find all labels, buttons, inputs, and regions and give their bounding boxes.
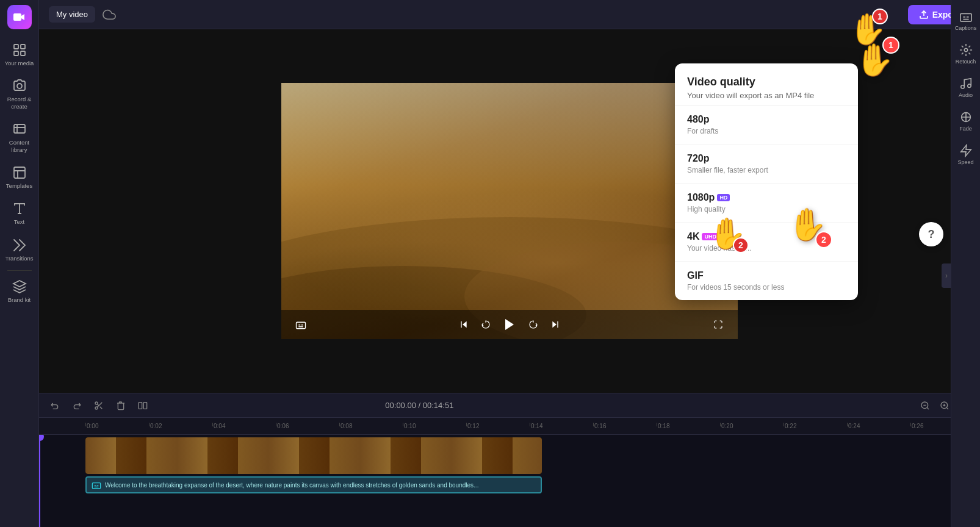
skip-back-button[interactable] bbox=[454, 315, 474, 334]
sidebar-item-content-library[interactable]: Content library bbox=[1, 117, 38, 158]
timeline-tracks: Welcome to the breathtaking expanse of t… bbox=[39, 435, 980, 527]
app-logo[interactable] bbox=[7, 5, 32, 29]
sidebar-item-transitions-label: Transitions bbox=[5, 255, 33, 262]
delete-button[interactable] bbox=[112, 397, 129, 414]
sidebar-item-your-media-label: Your media bbox=[5, 60, 34, 66]
play-button[interactable] bbox=[498, 313, 521, 336]
ruler-mark-10: 0:10 bbox=[403, 423, 466, 429]
quality-desc-gif: For videos 15 seconds or less bbox=[687, 283, 846, 292]
cursor-number-1: 1 bbox=[882, 37, 899, 54]
svg-rect-14 bbox=[139, 402, 142, 409]
timeline: 00:00.00 / 00:14:51 bbox=[39, 393, 980, 527]
right-sidebar-item-speed[interactable]: Speed bbox=[953, 139, 979, 170]
rewind-icon bbox=[481, 320, 491, 329]
right-sidebar-item-fade[interactable]: Fade bbox=[953, 106, 979, 137]
quality-option-gif[interactable]: GIF For videos 15 seconds or less bbox=[675, 262, 858, 300]
sidebar-item-record-label: Record & create bbox=[7, 96, 32, 110]
sidebar-item-brand[interactable]: Brand kit bbox=[1, 274, 38, 308]
project-title[interactable]: My video bbox=[49, 6, 95, 23]
undo-button[interactable] bbox=[46, 397, 63, 414]
audio-icon bbox=[959, 77, 973, 90]
caption-track-icon bbox=[92, 480, 101, 490]
retouch-icon bbox=[959, 43, 973, 57]
zoom-in-icon bbox=[940, 401, 949, 410]
sidebar-item-transitions[interactable]: Transitions bbox=[1, 233, 38, 267]
caption-toggle-button[interactable] bbox=[291, 315, 311, 334]
svg-point-12 bbox=[95, 402, 98, 404]
right-sidebar-item-audio[interactable]: Audio bbox=[953, 72, 979, 103]
sidebar-item-your-media[interactable]: Your media bbox=[1, 38, 38, 71]
hd-badge: HD bbox=[717, 194, 730, 201]
undo-icon bbox=[50, 401, 60, 410]
ruler-mark-2: 0:02 bbox=[149, 423, 212, 429]
split-button[interactable] bbox=[134, 397, 151, 414]
quality-option-4k[interactable]: 4K UHD Your video has no... bbox=[675, 223, 858, 262]
redo-button[interactable] bbox=[68, 397, 85, 414]
sidebar-item-content-library-label: Content library bbox=[4, 139, 35, 153]
ruler-mark-16: 0:16 bbox=[593, 423, 657, 429]
fullscreen-button[interactable] bbox=[708, 315, 728, 334]
text-icon bbox=[12, 201, 27, 216]
rewind-button[interactable] bbox=[476, 315, 495, 334]
svg-rect-2 bbox=[21, 45, 25, 49]
quality-option-1080p[interactable]: 1080p HD High quality bbox=[675, 184, 858, 223]
camera-icon bbox=[12, 79, 27, 93]
main-area: My video Export bbox=[39, 0, 980, 527]
captions-icon bbox=[959, 10, 973, 23]
left-sidebar: Your media Record & create Content libra… bbox=[0, 0, 39, 527]
timeline-toolbar: 00:00.00 / 00:14:51 bbox=[39, 393, 980, 418]
zoom-out-button[interactable] bbox=[917, 397, 934, 414]
forward-button[interactable] bbox=[524, 315, 543, 334]
right-controls bbox=[708, 315, 728, 334]
quality-popup-subtitle: Your video will export as an MP4 file bbox=[687, 91, 846, 100]
skip-forward-button[interactable] bbox=[546, 315, 565, 334]
playhead-marker bbox=[39, 435, 44, 441]
left-controls bbox=[291, 315, 311, 334]
svg-point-20 bbox=[964, 48, 968, 52]
help-button[interactable]: ? bbox=[919, 222, 943, 246]
video-track[interactable] bbox=[85, 437, 542, 474]
skip-back-icon bbox=[459, 320, 469, 329]
svg-rect-11 bbox=[297, 322, 306, 329]
skip-forward-icon bbox=[550, 320, 560, 329]
caption-icon bbox=[295, 319, 306, 330]
cloud-save-icon[interactable] bbox=[103, 8, 116, 21]
video-controls-bar bbox=[281, 310, 738, 339]
quality-option-720p[interactable]: 720p Smaller file, faster export bbox=[675, 145, 858, 184]
ruler-mark-0: 0:00 bbox=[85, 423, 149, 429]
retouch-label: Retouch bbox=[956, 59, 976, 65]
quality-name-480p: 480p bbox=[687, 114, 846, 125]
sidebar-item-text[interactable]: Text bbox=[1, 196, 38, 230]
caption-track[interactable]: Welcome to the breathtaking expanse of t… bbox=[85, 476, 542, 493]
center-controls bbox=[454, 313, 565, 336]
captions-label: Captions bbox=[955, 25, 977, 31]
quality-desc-480p: For drafts bbox=[687, 127, 846, 135]
sidebar-divider bbox=[7, 270, 32, 271]
timeline-ruler: 0:00 0:02 0:04 0:06 0:08 0:10 0:12 0:14 … bbox=[39, 418, 980, 435]
quality-popup: Video quality Your video will export as … bbox=[675, 63, 858, 300]
library-icon bbox=[12, 122, 27, 137]
playhead[interactable] bbox=[39, 435, 40, 527]
ruler-mark-4: 0:04 bbox=[212, 423, 276, 429]
sidebar-item-record[interactable]: Record & create bbox=[1, 74, 38, 115]
sidebar-item-templates[interactable]: Templates bbox=[1, 160, 38, 194]
sidebar-item-templates-label: Templates bbox=[6, 182, 32, 189]
transitions-icon bbox=[12, 238, 27, 253]
quality-name-1080p: 1080p HD bbox=[687, 192, 846, 203]
zoom-out-icon bbox=[920, 401, 930, 410]
svg-rect-7 bbox=[14, 167, 25, 178]
quality-desc-1080p: High quality bbox=[687, 205, 846, 213]
cut-button[interactable] bbox=[90, 397, 107, 414]
quality-popup-title: Video quality bbox=[687, 76, 846, 88]
ruler-mark-20: 0:20 bbox=[720, 423, 784, 429]
right-sidebar-item-captions[interactable]: Captions bbox=[953, 5, 979, 36]
svg-rect-15 bbox=[143, 402, 146, 409]
quality-name-gif: GIF bbox=[687, 270, 846, 281]
right-sidebar-collapse[interactable]: › bbox=[942, 264, 951, 288]
quality-desc-720p: Smaller file, faster export bbox=[687, 166, 846, 174]
uhd-badge: UHD bbox=[702, 233, 719, 240]
brand-icon bbox=[12, 279, 27, 294]
right-sidebar-item-retouch[interactable]: Retouch bbox=[953, 38, 979, 70]
quality-option-480p[interactable]: 480p For drafts bbox=[675, 106, 858, 145]
redo-icon bbox=[72, 401, 82, 410]
